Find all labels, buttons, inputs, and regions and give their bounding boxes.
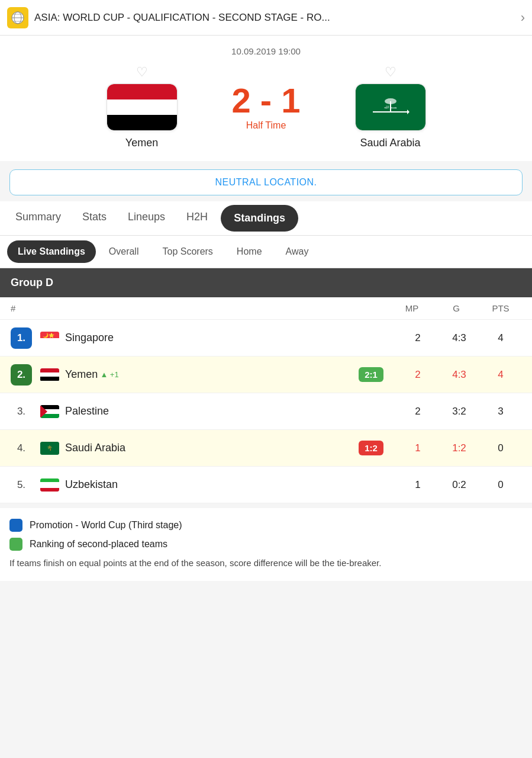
mp-cell-4: 1 [397,442,439,454]
svg-point-9 [385,98,396,104]
flag-palestine [40,405,59,418]
table-row[interactable]: 3. Palestine 2 3:2 3 [0,393,532,430]
rank-cell: 1. [11,327,40,349]
live-score-cell-4: 1:2 [350,441,397,455]
pts-cell-1: 4 [480,332,521,344]
team-cell-singapore: 🌙⭐ Singapore [40,332,397,345]
rank-badge-3: 3. [11,401,32,422]
away-team-section: ♡ بسم الله Saudi Arabia [331,65,450,149]
col-header-mp: MP [391,303,433,313]
sub-tab-away[interactable]: Away [275,240,320,263]
match-status: Half Time [246,120,286,131]
g-cell-5: 0:2 [439,479,480,491]
mp-cell-3: 2 [397,406,439,417]
tab-lineups[interactable]: Lineups [117,201,176,235]
sub-tab-top-scorers[interactable]: Top Scorers [151,240,223,263]
rank-cell: 4. [11,438,40,459]
pts-cell-4: 0 [480,442,521,454]
g-cell-1: 4:3 [439,332,480,344]
tab-standings[interactable]: Standings [221,205,298,232]
g-cell-3: 3:2 [439,406,480,417]
trend-indicator: ▲ +1 [100,370,118,379]
legend-dot-blue [9,519,22,532]
legend-dot-green [9,538,22,551]
flag-yemen [40,368,59,381]
pts-cell-2: 4 [480,369,521,381]
competition-icon [7,7,28,28]
legend-section: Promotion - World Cup (Third stage) Rank… [0,508,532,581]
live-score-cell-2: 2:1 [350,367,397,382]
rank-cell: 2. [11,364,40,386]
table-header-row: # MP G PTS [0,297,532,320]
table-row[interactable]: 4. 🌴 Saudi Arabia 1:2 1 1:2 0 [0,430,532,467]
legend-item-promotion: Promotion - World Cup (Third stage) [9,519,523,532]
legend-label-second: Ranking of second-placed teams [30,539,167,550]
col-header-g: G [433,303,480,313]
svg-marker-7 [407,110,410,114]
away-flag-box: بسم الله [355,83,426,131]
main-tab-bar: Summary Stats Lineups H2H Standings [0,201,532,236]
home-flag-box [107,83,178,131]
svg-text:بسم الله: بسم الله [384,105,397,110]
rank-cell: 5. [11,474,40,496]
match-date: 10.09.2019 19:00 [9,46,523,56]
score-section: 2 - 1 Half Time [201,83,331,131]
team-cell-saudi: 🌴 Saudi Arabia [40,442,350,455]
live-score-badge-yemen: 2:1 [359,367,383,382]
tab-h2h[interactable]: H2H [176,201,218,235]
team-cell-palestine: Palestine [40,405,397,418]
neutral-location-banner: NEUTRAL LOCATION. [9,169,523,195]
match-card: 10.09.2019 19:00 ♡ Yemen 2 - 1 Half Time… [0,36,532,161]
group-name: Group D [11,277,53,288]
col-header-pts: PTS [480,303,521,313]
g-cell-2: 4:3 [439,369,480,381]
table-row[interactable]: 1. 🌙⭐ Singapore 2 4:3 4 [0,320,532,356]
team-cell-yemen: Yemen ▲ +1 [40,368,350,381]
g-cell-4: 1:2 [439,442,480,454]
rank-cell: 3. [11,401,40,422]
tab-stats[interactable]: Stats [72,201,117,235]
col-header-rank: # [11,303,40,313]
competition-title: ASIA: WORLD CUP - QUALIFICATION - SECOND… [34,12,521,24]
home-favorite-icon[interactable]: ♡ [136,65,148,80]
rank-badge-1: 1. [11,327,32,349]
match-row: ♡ Yemen 2 - 1 Half Time ♡ [9,65,523,149]
pts-cell-3: 3 [480,406,521,417]
header-bar: ASIA: WORLD CUP - QUALIFICATION - SECOND… [0,0,532,36]
sub-tab-home[interactable]: Home [226,240,273,263]
chevron-right-icon[interactable]: › [521,10,525,25]
sub-tab-overall[interactable]: Overall [98,240,150,263]
away-favorite-icon[interactable]: ♡ [385,65,396,80]
sub-tab-bar: Live Standings Overall Top Scorers Home … [0,236,532,268]
table-row[interactable]: 2. Yemen ▲ +1 2:1 2 4:3 4 [0,356,532,393]
away-team-name: Saudi Arabia [360,137,420,149]
standings-table: # MP G PTS 1. 🌙⭐ Singapore 2 4:3 4 [0,297,532,503]
pts-cell-5: 0 [480,479,521,491]
live-score-badge-saudi: 1:2 [359,441,383,455]
flag-singapore: 🌙⭐ [40,332,59,345]
group-header: Group D [0,268,532,297]
flag-uzbek [40,478,59,492]
rank-badge-4: 4. [11,438,32,459]
legend-item-second: Ranking of second-placed teams [9,538,523,551]
flag-saudi: 🌴 [40,442,59,455]
match-score: 2 - 1 [231,83,300,118]
mp-cell-5: 1 [397,479,439,491]
legend-label-promotion: Promotion - World Cup (Third stage) [30,520,182,531]
tiebreak-note: If teams finish on equal points at the e… [9,557,523,570]
tab-summary[interactable]: Summary [5,201,72,235]
home-team-name: Yemen [125,137,158,149]
sub-tab-live-standings[interactable]: Live Standings [7,240,96,263]
rank-badge-2: 2. [11,364,32,386]
table-row[interactable]: 5. Uzbekistan 1 0:2 0 [0,467,532,503]
home-team-section: ♡ Yemen [83,65,201,149]
team-cell-uzbek: Uzbekistan [40,478,397,492]
mp-cell-1: 2 [397,332,439,344]
rank-badge-5: 5. [11,474,32,496]
mp-cell-2: 2 [397,369,439,381]
neutral-location-text: NEUTRAL LOCATION. [215,177,317,187]
